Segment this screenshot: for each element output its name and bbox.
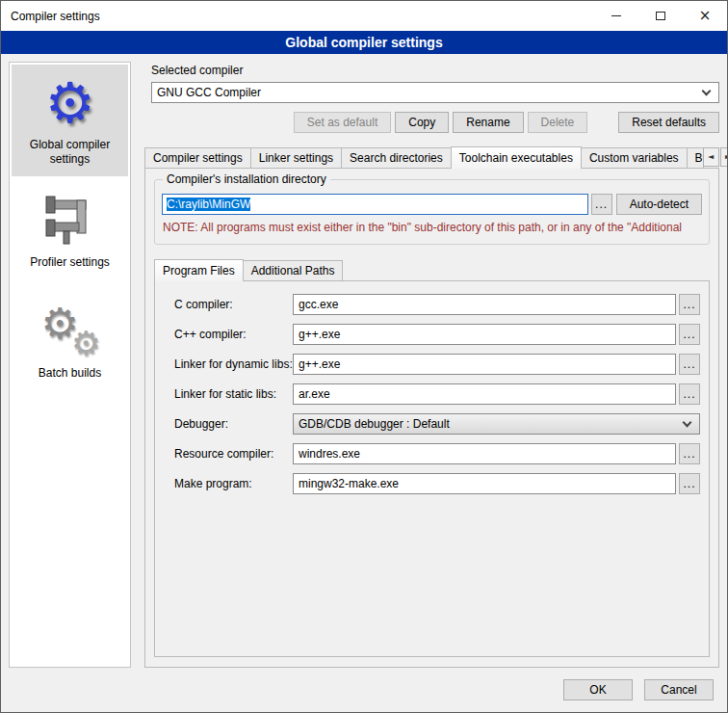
tab-build-options[interactable]: Build bbox=[687, 147, 704, 168]
set-as-default-button: Set as default bbox=[294, 112, 391, 133]
delete-button: Delete bbox=[528, 112, 588, 133]
installation-directory-input[interactable]: C:\raylib\MinGW bbox=[162, 194, 588, 215]
tab-additional-paths[interactable]: Additional Paths bbox=[243, 260, 344, 280]
selected-compiler-label: Selected compiler bbox=[151, 64, 719, 77]
compiler-select[interactable]: GNU GCC Compiler bbox=[151, 82, 719, 103]
cpp-compiler-browse-button[interactable]: ... bbox=[679, 324, 700, 345]
tab-scroll-controls: ◄ ► bbox=[703, 147, 728, 168]
tab-toolchain-executables[interactable]: Toolchain executables bbox=[451, 146, 582, 169]
toolchain-executables-panel: Compiler's installation directory C:\ray… bbox=[144, 168, 719, 668]
tab-scroll-right-button[interactable]: ► bbox=[720, 147, 728, 167]
dynamic-linker-label: Linker for dynamic libs: bbox=[174, 357, 293, 371]
c-compiler-input[interactable] bbox=[293, 294, 676, 315]
make-program-label: Make program: bbox=[174, 477, 293, 490]
c-compiler-browse-button[interactable]: ... bbox=[679, 294, 700, 315]
cpp-compiler-input[interactable] bbox=[293, 324, 676, 345]
maximize-icon bbox=[656, 12, 665, 20]
close-icon: × bbox=[699, 9, 712, 23]
installation-directory-row: C:\raylib\MinGW ... Auto-detect bbox=[162, 194, 702, 215]
resource-compiler-browse-button[interactable]: ... bbox=[679, 443, 700, 464]
installation-directory-browse-button[interactable]: ... bbox=[591, 194, 612, 215]
program-files-panel: C compiler: ... C++ compiler: ... Linker… bbox=[154, 280, 710, 657]
installation-directory-group-title: Compiler's installation directory bbox=[163, 172, 330, 186]
tab-custom-variables[interactable]: Custom variables bbox=[581, 147, 688, 168]
rename-button[interactable]: Rename bbox=[453, 112, 523, 133]
dialog-footer: OK Cancel bbox=[1, 673, 727, 712]
program-tabs-strip: Program Files Additional Paths bbox=[154, 258, 710, 280]
chevron-down-icon bbox=[702, 87, 712, 96]
titlebar[interactable]: Compiler settings × bbox=[1, 1, 727, 31]
static-linker-label: Linker for static libs: bbox=[174, 387, 293, 401]
c-compiler-label: C compiler: bbox=[174, 298, 293, 311]
window-controls: × bbox=[594, 1, 727, 31]
tab-scroll-left-button[interactable]: ◄ bbox=[703, 147, 719, 167]
tab-search-directories[interactable]: Search directories bbox=[341, 147, 452, 168]
resource-compiler-label: Resource compiler: bbox=[174, 447, 293, 461]
maximize-button[interactable] bbox=[638, 1, 683, 31]
installation-directory-group: Compiler's installation directory C:\ray… bbox=[154, 179, 710, 245]
sidebar-item-label: Batch builds bbox=[15, 366, 124, 381]
settings-sidebar: ⚙ Global compiler settings Profiler sett… bbox=[9, 62, 131, 668]
compiler-settings-window: Compiler settings × Global compiler sett… bbox=[0, 0, 728, 713]
static-linker-row: Linker for static libs: ... bbox=[174, 383, 700, 405]
window-title: Compiler settings bbox=[1, 10, 100, 23]
reset-defaults-button[interactable]: Reset defaults bbox=[618, 112, 719, 133]
make-program-input[interactable] bbox=[293, 473, 676, 494]
tab-program-files[interactable]: Program Files bbox=[154, 259, 244, 281]
sidebar-item-label: Global compiler settings bbox=[15, 138, 124, 167]
minimize-button[interactable] bbox=[594, 1, 638, 31]
dialog-content: ⚙ Global compiler settings Profiler sett… bbox=[1, 54, 727, 673]
profiler-icon bbox=[44, 194, 96, 248]
page-title: Global compiler settings bbox=[1, 31, 727, 54]
installation-directory-value: C:\raylib\MinGW bbox=[167, 198, 250, 211]
minimize-icon bbox=[611, 15, 621, 16]
cpp-compiler-label: C++ compiler: bbox=[174, 328, 293, 341]
sidebar-item-label: Profiler settings bbox=[15, 255, 124, 270]
dynamic-linker-input[interactable] bbox=[293, 354, 676, 375]
close-button[interactable]: × bbox=[683, 1, 727, 31]
profiler-icon-wrap bbox=[15, 190, 124, 251]
sidebar-item-global-compiler-settings[interactable]: ⚙ Global compiler settings bbox=[12, 65, 128, 176]
sidebar-item-batch-builds[interactable]: ⚙ ⚙ Batch builds bbox=[12, 293, 128, 390]
gear-icon: ⚙ bbox=[71, 324, 100, 362]
gears-gray-icon: ⚙ ⚙ bbox=[39, 303, 101, 360]
resource-compiler-row: Resource compiler: ... bbox=[174, 443, 700, 464]
tab-strip: Compiler settings Linker settings Search… bbox=[144, 145, 719, 168]
static-linker-input[interactable] bbox=[293, 383, 676, 405]
debugger-select[interactable]: GDB/CDB debugger : Default bbox=[293, 413, 700, 435]
debugger-select-value: GDB/CDB debugger : Default bbox=[299, 417, 678, 431]
gears-gray-icon-wrap: ⚙ ⚙ bbox=[15, 301, 124, 362]
tab-compiler-settings[interactable]: Compiler settings bbox=[144, 147, 251, 168]
compiler-select-value: GNU GCC Compiler bbox=[157, 86, 697, 99]
gear-icon: ⚙ bbox=[45, 75, 95, 131]
main-area: Selected compiler GNU GCC Compiler Set a… bbox=[144, 62, 719, 668]
gear-blue-icon-wrap: ⚙ bbox=[15, 72, 124, 134]
copy-button[interactable]: Copy bbox=[395, 112, 449, 133]
tab-linker-settings[interactable]: Linker settings bbox=[250, 147, 342, 168]
debugger-label: Debugger: bbox=[174, 417, 293, 431]
dynamic-linker-row: Linker for dynamic libs: ... bbox=[174, 354, 700, 375]
ok-button[interactable]: OK bbox=[563, 679, 633, 700]
cpp-compiler-row: C++ compiler: ... bbox=[174, 324, 700, 345]
static-linker-browse-button[interactable]: ... bbox=[679, 383, 700, 405]
debugger-row: Debugger: GDB/CDB debugger : Default bbox=[174, 413, 700, 435]
chevron-down-icon bbox=[683, 418, 692, 428]
c-compiler-row: C compiler: ... bbox=[174, 294, 700, 315]
make-program-browse-button[interactable]: ... bbox=[679, 473, 700, 494]
compiler-actions: Set as default Copy Rename Delete Reset … bbox=[144, 112, 719, 133]
installation-note: NOTE: All programs must exist either in … bbox=[163, 221, 702, 234]
dynamic-linker-browse-button[interactable]: ... bbox=[679, 354, 700, 375]
cancel-button[interactable]: Cancel bbox=[644, 679, 714, 700]
sidebar-item-profiler-settings[interactable]: Profiler settings bbox=[12, 182, 128, 279]
auto-detect-button[interactable]: Auto-detect bbox=[616, 194, 702, 215]
resource-compiler-input[interactable] bbox=[293, 443, 676, 464]
make-program-row: Make program: ... bbox=[174, 473, 700, 494]
